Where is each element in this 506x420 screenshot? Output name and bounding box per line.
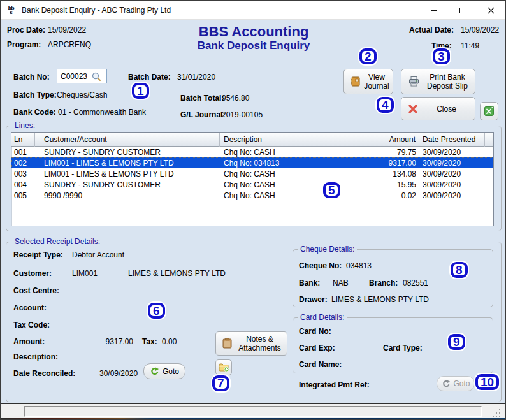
cheque-no-label: Cheque No: — [299, 261, 342, 270]
resize-grip[interactable] — [493, 409, 502, 417]
amount-value: 9317.00 — [78, 337, 133, 346]
batch-no-field[interactable] — [57, 69, 107, 83]
export-excel-button[interactable] — [480, 102, 498, 120]
batch-date-value: 31/01/2020 — [177, 73, 215, 82]
cell-ln: 002 — [11, 159, 35, 168]
program-label: Program: — [7, 40, 41, 49]
tax-label: Tax: — [142, 337, 157, 346]
cost-centre-label: Cost Centre: — [13, 286, 59, 295]
batch-total-label: Batch Total: — [180, 94, 224, 103]
card-exp-label: Card Exp: — [299, 344, 335, 352]
goto-disabled-arrow-icon — [442, 379, 451, 388]
cell-ln: 005 — [11, 191, 35, 200]
account-label: Account: — [13, 303, 47, 312]
cell-customer: LIM001 - LIMES & LEMONS PTY LTD — [35, 170, 220, 178]
column-header-description[interactable]: Description — [220, 133, 347, 147]
cell-ln: 004 — [11, 180, 35, 189]
print-deposit-slip-label: Print Bank Deposit Slip — [420, 73, 475, 91]
notes-attachments-button[interactable]: Notes & Attachments — [215, 331, 287, 356]
callout-1: 1 — [132, 83, 149, 99]
callout-5: 5 — [323, 182, 340, 198]
actual-date-value: 15/09/2022 — [461, 25, 499, 34]
date-reconciled-value: 30/09/2020 — [99, 369, 138, 378]
cheque-no-value: 034813 — [346, 261, 372, 270]
card-no-label: Card No: — [299, 327, 331, 336]
lines-table-header: Ln Customer/Account Description Amount D… — [11, 133, 493, 147]
app-window: bb s Bank Deposit Enquiry - ABC Trading … — [0, 0, 506, 420]
callout-4: 4 — [377, 97, 394, 113]
cell-ln: 001 — [11, 148, 35, 157]
proc-date-value: 15/09/2022 — [48, 25, 86, 34]
cell-customer: SUNDRY - SUNDRY CUSTOMER — [35, 180, 220, 189]
search-icon[interactable] — [90, 71, 102, 82]
integrated-pmt-ref-label: Integrated Pmt Ref: — [299, 380, 370, 389]
notes-icon — [222, 338, 233, 349]
gl-journal-label: G/L Journal: — [180, 110, 225, 119]
batch-total-value: 9546.80 — [222, 94, 249, 103]
lines-table[interactable]: Ln Customer/Account Description Amount D… — [11, 132, 494, 226]
cell-description: Chq No: 034813 — [220, 159, 347, 168]
customer-name-value: LIMES & LEMONS PTY LTD — [128, 269, 226, 278]
amount-label: Amount: — [13, 337, 45, 346]
minimize-button[interactable] — [419, 1, 448, 20]
minimize-icon — [431, 10, 437, 11]
cell-amount: 79.75 — [347, 148, 419, 157]
table-row[interactable]: 001 SUNDRY - SUNDRY CUSTOMER Chq No: CAS… — [11, 147, 493, 157]
table-row[interactable]: 004 SUNDRY - SUNDRY CUSTOMER Chq No: CAS… — [11, 179, 493, 190]
gl-journal-value: 2019-00105 — [222, 110, 263, 119]
proc-date-label: Proc Date: — [7, 25, 45, 34]
table-row[interactable]: 003 LIM001 - LIMES & LEMONS PTY LTD Chq … — [11, 168, 493, 179]
cell-date-presented: 30/09/2020 — [419, 159, 485, 168]
cell-date-presented: 30/09/2020 — [419, 180, 485, 189]
column-header-filler — [485, 133, 493, 147]
close-label: Close — [418, 105, 475, 113]
table-row-selected[interactable]: 002 LIM001 - LIMES & LEMONS PTY LTD Chq … — [11, 157, 493, 168]
table-row[interactable]: 005 9990 /9990 Chq No: CASH 0.02 30/09/2… — [11, 190, 493, 201]
view-journal-label: View Journal — [361, 73, 393, 91]
notes-attachments-label: Notes & Attachments — [233, 335, 287, 352]
cell-amount: 134.08 — [347, 170, 419, 178]
maximize-button[interactable] — [448, 1, 477, 20]
app-title: BBS Accounting — [158, 24, 349, 40]
title-bar: bb s Bank Deposit Enquiry - ABC Trading … — [1, 1, 505, 20]
status-bar — [1, 403, 505, 418]
goto-label: Goto — [163, 367, 179, 376]
tax-code-label: Tax Code: — [13, 321, 50, 329]
column-header-amount[interactable]: Amount — [347, 133, 419, 147]
printer-icon — [408, 76, 420, 87]
close-window-button[interactable] — [477, 1, 505, 20]
view-journal-button[interactable]: View Journal — [343, 69, 393, 94]
column-header-customer[interactable]: Customer/Account — [35, 133, 220, 147]
goto-reconciled-button[interactable]: Goto — [143, 363, 185, 379]
add-attachment-button[interactable] — [215, 359, 232, 375]
time-value: 11:49 — [461, 41, 479, 50]
batch-no-label: Batch No: — [13, 73, 50, 82]
column-header-ln[interactable]: Ln — [11, 133, 35, 147]
window-title: Bank Deposit Enquiry - ABC Trading Pty L… — [22, 6, 171, 15]
branch-label: Branch: — [369, 279, 398, 287]
date-reconciled-label: Date Reconciled: — [13, 369, 75, 378]
batch-no-input[interactable] — [57, 72, 90, 81]
lines-group-label: Lines: — [12, 121, 38, 130]
column-header-date-presented[interactable]: Date Presented — [419, 133, 485, 147]
card-type-label: Card Type: — [383, 344, 423, 352]
goto-integrated-button[interactable]: Goto — [437, 376, 475, 391]
actual-date-label: Actual Date: — [409, 25, 454, 34]
print-deposit-slip-button[interactable]: Print Bank Deposit Slip — [401, 69, 475, 94]
callout-7: 7 — [212, 375, 229, 391]
receipt-type-value: Debtor Account — [72, 250, 124, 259]
journal-icon — [349, 76, 361, 87]
cheque-details-group-label: Cheque Details: — [298, 245, 357, 254]
screen-title: Bank Deposit Enquiry — [158, 40, 349, 52]
drawer-value: LIMES & LEMONS PTY LTD — [331, 295, 429, 304]
bank-value: NAB — [333, 279, 349, 287]
callout-9: 9 — [448, 334, 465, 350]
batch-type-value: Cheques/Cash — [57, 91, 107, 99]
bank-label: Bank: — [299, 279, 320, 287]
app-icon: bb s — [5, 4, 17, 16]
cell-date-presented: 30/09/2020 — [419, 148, 485, 157]
close-button[interactable]: Close — [401, 97, 475, 120]
bank-code-value: 01 - Commonwealth Bank — [58, 108, 146, 117]
tax-value: 0.00 — [162, 337, 177, 346]
cell-amount: 9317.00 — [347, 159, 419, 168]
